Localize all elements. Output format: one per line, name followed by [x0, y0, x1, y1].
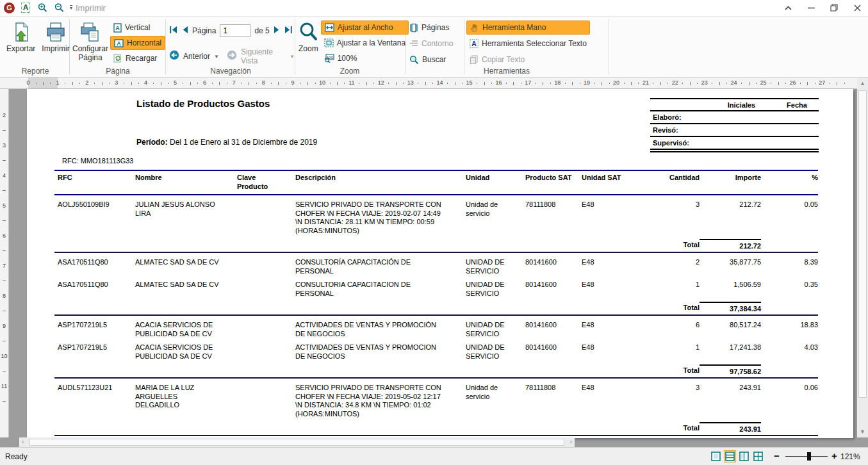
select-text-tool-button[interactable]: A Herramienta Seleccionar Texto: [466, 37, 590, 51]
ruler-number: 27: [819, 79, 825, 86]
last-page-icon[interactable]: [284, 25, 293, 37]
scroll-up-icon[interactable]: ▲: [857, 80, 868, 86]
ruler-tick: [153, 83, 154, 84]
page-label: Página: [192, 26, 216, 35]
minimize-icon[interactable]: [804, 1, 818, 14]
reload-button[interactable]: Recargar: [110, 51, 165, 65]
close-icon[interactable]: [850, 1, 864, 14]
select-text-quick-icon[interactable]: A: [20, 2, 31, 13]
zoom-out-control-icon[interactable]: −: [774, 450, 780, 461]
fit-width-button[interactable]: Ajustar al Ancho: [321, 20, 409, 35]
scroll-right-icon[interactable]: ›: [570, 438, 572, 445]
hand-icon: [470, 23, 479, 33]
ruler-tick: [719, 82, 720, 85]
vertical-scrollbar[interactable]: ▲ ▼: [857, 78, 868, 437]
cell-pct: 18.83: [761, 321, 818, 338]
cell-clave: [237, 343, 295, 361]
ruler-tick: [756, 83, 757, 84]
ruler-tick: [278, 82, 279, 85]
reload-label: Recargar: [126, 54, 157, 63]
report-page: Listado de Productos Gastos Iniciales Fe…: [27, 89, 853, 438]
status-bar: Ready − + 121%: [0, 447, 868, 465]
pages-view-label: Páginas: [422, 23, 449, 32]
ribbon: Exportar Imprimir Reporte: [0, 17, 868, 78]
ruler-number: 11: [348, 79, 354, 86]
ruler-tick: [726, 83, 727, 84]
next-page-icon[interactable]: [274, 25, 280, 37]
previous-view-label[interactable]: Anterior: [183, 52, 210, 61]
page-number-input[interactable]: [220, 24, 250, 37]
ruler-tick: [300, 83, 301, 84]
zoom-slider-thumb[interactable]: [807, 452, 811, 461]
cell-cantidad: 2: [635, 258, 700, 275]
print-button[interactable]: Imprimir: [39, 19, 72, 53]
horizontal-scrollbar[interactable]: ‹ ›: [19, 437, 575, 447]
scroll-down-icon[interactable]: ▼: [857, 428, 868, 435]
column-header: RFC: [58, 174, 135, 191]
ruler-tick: [667, 83, 668, 84]
ruler-tick: [741, 83, 742, 84]
fit-width-view-icon[interactable]: [724, 450, 736, 462]
quick-access-dropdown-icon[interactable]: ▾: [70, 5, 72, 10]
ruler-tick: [602, 82, 602, 85]
previous-view-caret-icon[interactable]: ▼: [214, 54, 219, 60]
cell-unidad: UNIDAD DE SERVICIO: [466, 343, 525, 361]
previous-view-icon[interactable]: [169, 50, 179, 63]
ruler-tick: [249, 82, 249, 85]
restore-icon[interactable]: [827, 1, 841, 14]
zoom-out-quick-icon[interactable]: [53, 2, 65, 13]
group-label-navegacion: Navegación: [167, 67, 295, 76]
ruler-number: 6: [0, 232, 8, 239]
ribbon-collapse-icon[interactable]: [781, 1, 795, 14]
cell-rfc: ASA170511Q80: [58, 258, 135, 275]
ruler-number: 7: [0, 263, 8, 269]
group-total-row: Total37,384.34: [54, 301, 818, 313]
cell-producto_sat: 80141600: [525, 343, 582, 361]
total-label: Total: [635, 421, 700, 433]
table-row: ASP1707219L5ACACIA SERVICIOS DE PUBLICID…: [54, 316, 818, 338]
signature-col-fecha: Fecha: [775, 101, 819, 109]
zoom-in-quick-icon[interactable]: [37, 2, 48, 13]
ruler-number: 6: [203, 79, 206, 86]
horizontal-button[interactable]: A Horizontal: [110, 36, 165, 50]
vertical-scroll-thumb[interactable]: [858, 90, 867, 398]
ruler-number: 24: [731, 79, 737, 86]
page-setup-button[interactable]: Configurar Página: [70, 19, 110, 65]
cell-clave: [237, 200, 295, 235]
fit-window-label: Ajustar a la Ventana: [337, 38, 405, 47]
cell-producto_sat: 80141600: [525, 321, 582, 338]
horizontal-scroll-thumb[interactable]: [29, 439, 564, 446]
cell-clave: [237, 321, 295, 338]
ruler-number: 19: [584, 79, 590, 86]
single-page-view-icon[interactable]: [710, 450, 722, 462]
previous-page-icon[interactable]: [182, 25, 188, 37]
export-button[interactable]: Exportar: [4, 19, 38, 53]
zoom-slider[interactable]: [785, 456, 828, 457]
ruler-number: 7: [233, 79, 236, 86]
zoom-button[interactable]: Zoom: [296, 19, 321, 65]
cell-pct: 0.05: [761, 200, 818, 235]
ruler-number: 17: [525, 79, 531, 86]
ruler-tick: [373, 83, 374, 84]
two-page-view-icon[interactable]: [738, 450, 750, 462]
ruler-tick: [50, 83, 51, 84]
cell-nombre: JULIAN JESUS ALONSO LIRA: [135, 200, 237, 235]
zoom-in-control-icon[interactable]: +: [831, 450, 837, 461]
multi-page-view-icon[interactable]: [752, 450, 764, 462]
hand-tool-button[interactable]: Herramienta Mano: [466, 20, 590, 35]
scroll-left-icon[interactable]: ‹: [22, 438, 24, 445]
quick-access-toolbar: G A ▾: [4, 2, 72, 13]
pages-view-button[interactable]: Páginas: [406, 20, 464, 35]
table-group: AOLJ550109BI9JULIAN JESUS ALONSO LIRASER…: [54, 195, 818, 253]
ruler-tick: [3, 160, 6, 161]
total-value: 97,758.62: [700, 364, 761, 375]
ruler-tick: [432, 83, 433, 84]
status-text: Ready: [5, 452, 28, 461]
fit-window-button[interactable]: Ajustar a la Ventana: [321, 36, 409, 50]
ruler-tick: [594, 83, 595, 84]
vertical-button[interactable]: A Vertical: [110, 20, 165, 35]
search-button[interactable]: Buscar: [406, 53, 464, 67]
first-page-icon[interactable]: [169, 25, 178, 37]
zoom-100-button[interactable]: 100 100%: [321, 51, 409, 65]
cell-importe: 17,241.38: [700, 343, 761, 361]
